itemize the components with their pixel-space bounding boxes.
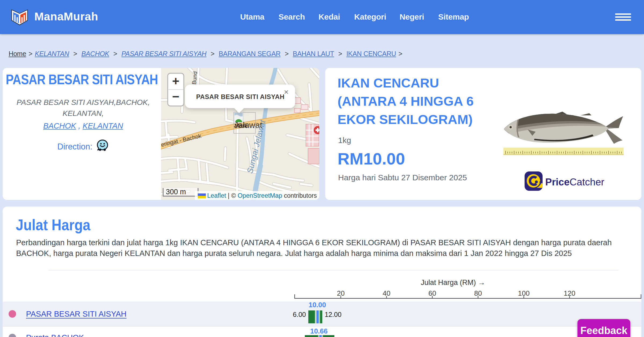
svg-text:Mark: Mark [235,122,247,129]
svg-text:−: − [172,90,180,104]
svg-text:300 m: 300 m [166,188,186,196]
svg-text:×: × [284,87,289,96]
svg-text:+: + [172,74,180,88]
svg-text:PriceCatcher: PriceCatcher [545,177,604,188]
svg-text:PASAR BESAR SITI AISYAH: PASAR BESAR SITI AISYAH [196,93,284,100]
svg-text:Leaflet | © OpenStreetMap cont: Leaflet | © OpenStreetMap contributors [207,192,317,199]
